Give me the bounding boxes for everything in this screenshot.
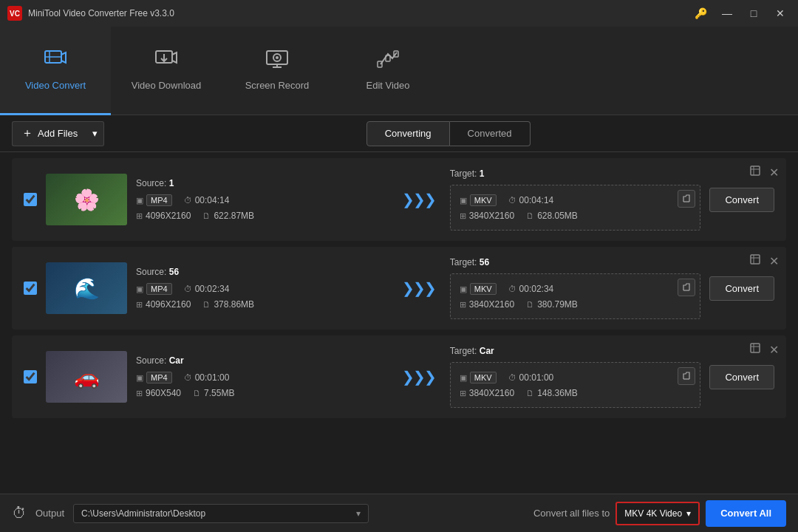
convert-arrows-2: ❯❯❯ — [396, 279, 441, 297]
svg-rect-17 — [751, 255, 760, 264]
card-close-button-3[interactable]: ✕ — [769, 343, 779, 357]
clock-icon-t-1: ⏱ — [508, 196, 516, 205]
clock-icon-s-1: ⏱ — [184, 196, 192, 205]
edit-video-icon — [376, 48, 400, 74]
file-target-info-2: Target: 56 ▣ MKV ⏱ 00:02:34 — [450, 257, 701, 319]
nav-video-download[interactable]: Video Download — [111, 27, 222, 115]
film-icon-1: ▣ — [136, 196, 143, 205]
convert-button-1[interactable]: Convert — [709, 188, 774, 212]
size-icon-t-2: 🗋 — [526, 300, 534, 309]
res-icon-s-1: ⊞ — [136, 211, 143, 221]
target-details-3: ▣ MKV ⏱ 00:01:00 — [460, 372, 692, 383]
source-size-3: 🗋 7.55MB — [193, 388, 234, 398]
source-format-badge-1: MP4 — [146, 194, 172, 206]
target-folder-button-2[interactable] — [678, 279, 695, 296]
source-details-2: ▣ MP4 ⏱ 00:02:34 — [136, 283, 387, 295]
nav-screen-record[interactable]: Screen Record — [222, 27, 332, 115]
nav-video-convert[interactable]: Video Convert — [0, 27, 111, 115]
format-dropdown[interactable]: MKV 4K Video ▾ — [615, 502, 700, 525]
titlebar: VC MiniTool Video Converter Free v3.3.0 … — [0, 0, 798, 27]
convert-button-2[interactable]: Convert — [709, 276, 774, 301]
target-format-3: ▣ MKV — [460, 372, 497, 383]
svg-rect-21 — [751, 344, 760, 352]
nav-edit-video[interactable]: Edit Video — [332, 27, 443, 115]
card-edit-button-3[interactable] — [750, 343, 760, 355]
card-edit-button-1[interactable] — [750, 166, 760, 178]
clock-icon-s-3: ⏱ — [184, 373, 192, 382]
close-button[interactable]: ✕ — [770, 5, 791, 21]
source-resolution-3: ⊞ 960X540 — [136, 388, 181, 398]
source-format-2: ▣ MP4 — [136, 283, 172, 295]
clock-icon-t-2: ⏱ — [508, 284, 516, 293]
res-icon-s-2: ⊞ — [136, 300, 143, 310]
tab-converted[interactable]: Converted — [450, 121, 531, 146]
clock-icon-s-2: ⏱ — [184, 284, 192, 293]
file-checkbox-2[interactable] — [24, 282, 37, 295]
convert-all-button[interactable]: Convert All — [706, 500, 786, 527]
arrows-icon-1: ❯❯❯ — [402, 191, 435, 208]
file-source-info-2: Source: 56 ▣ MP4 ⏱ 00:02:34 ⊞ 4096X2160 — [136, 267, 387, 310]
format-value: MKV 4K Video — [624, 508, 682, 519]
arrows-icon-2: ❯❯❯ — [402, 279, 435, 297]
add-files-label: Add Files — [38, 128, 78, 139]
output-path-text: C:\Users\Administrator\Desktop — [81, 508, 205, 519]
target-resolution-1: ⊞ 3840X2160 — [460, 211, 514, 221]
source-format-badge-3: MP4 — [146, 372, 172, 383]
target-details-row2-3: ⊞ 3840X2160 🗋 148.36MB — [460, 388, 692, 398]
res-icon-t-3: ⊞ — [460, 389, 466, 398]
size-icon-s-3: 🗋 — [193, 389, 201, 398]
svg-point-7 — [276, 56, 279, 59]
film-icon-2: ▣ — [136, 284, 143, 294]
footer: ⏱ Output C:\Users\Administrator\Desktop … — [0, 494, 798, 532]
source-duration-value-3: 00:01:00 — [195, 372, 230, 383]
card-close-button-1[interactable]: ✕ — [769, 166, 779, 180]
output-path-selector[interactable]: C:\Users\Administrator\Desktop ▾ — [73, 504, 369, 523]
file-checkbox-1[interactable] — [24, 193, 37, 206]
target-header-1: Target: 1 — [450, 168, 701, 179]
source-header-2: Source: 56 — [136, 267, 387, 277]
card-close-button-2[interactable]: ✕ — [769, 254, 779, 268]
output-path-chevron: ▾ — [356, 508, 361, 519]
source-size-value-2: 378.86MB — [214, 299, 254, 310]
source-format-badge-2: MP4 — [146, 283, 172, 295]
target-folder-button-1[interactable] — [678, 190, 695, 208]
target-duration-value-2: 00:02:34 — [519, 284, 554, 294]
target-duration-3: ⏱ 00:01:00 — [508, 372, 554, 383]
output-clock-icon: ⏱ — [12, 505, 27, 522]
source-details-row2-3: ⊞ 960X540 🗋 7.55MB — [136, 388, 387, 398]
add-files-main-button[interactable]: ＋ Add Files — [12, 121, 86, 146]
convert-button-3[interactable]: Convert — [709, 365, 774, 389]
source-details-row2-2: ⊞ 4096X2160 🗋 378.86MB — [136, 299, 387, 310]
target-details-row2-2: ⊞ 3840X2160 🗋 380.79MB — [460, 299, 692, 310]
source-duration-1: ⏱ 00:04:14 — [184, 194, 230, 206]
target-format-selector-2[interactable]: ▣ MKV ⏱ 00:02:34 ⊞ 3840X2160 🗋 — [450, 273, 701, 319]
target-duration-2: ⏱ 00:02:34 — [508, 283, 554, 295]
source-size-2: 🗋 378.86MB — [202, 299, 254, 310]
target-format-selector-3[interactable]: ▣ MKV ⏱ 00:01:00 ⊞ 3840X2160 🗋 — [450, 362, 701, 408]
source-duration-3: ⏱ 00:01:00 — [184, 372, 230, 383]
add-files-dropdown-button[interactable]: ▾ — [86, 121, 104, 146]
file-checkbox-3[interactable] — [24, 370, 37, 383]
target-format-selector-1[interactable]: ▣ MKV ⏱ 00:04:14 ⊞ 3840X2160 🗋 — [450, 185, 701, 231]
target-format-2: ▣ MKV — [460, 283, 497, 295]
target-details-row2-1: ⊞ 3840X2160 🗋 628.05MB — [460, 211, 692, 221]
minimize-button[interactable]: — — [717, 5, 737, 21]
chevron-down-icon: ▾ — [92, 128, 98, 139]
target-folder-button-3[interactable] — [678, 367, 695, 385]
source-resolution-1: ⊞ 4096X2160 — [136, 211, 191, 221]
tab-converting[interactable]: Converting — [366, 121, 450, 146]
nav-video-convert-label: Video Convert — [25, 80, 86, 91]
target-duration-1: ⏱ 00:04:14 — [508, 194, 554, 206]
navbar: Video Convert Video Download Screen Reco… — [0, 27, 798, 115]
target-resolution-3: ⊞ 3840X2160 — [460, 388, 514, 398]
key-icon[interactable]: 🔑 — [690, 5, 711, 21]
maximize-button[interactable]: □ — [743, 5, 764, 21]
source-header-3: Source: Car — [136, 355, 387, 366]
target-size-value-1: 628.05MB — [537, 211, 578, 221]
svg-rect-13 — [751, 166, 760, 175]
target-size-2: 🗋 380.79MB — [526, 299, 578, 310]
source-details-row2-1: ⊞ 4096X2160 🗋 622.87MB — [136, 211, 387, 221]
card-edit-button-2[interactable] — [750, 254, 760, 267]
source-details-3: ▣ MP4 ⏱ 00:01:00 — [136, 372, 387, 383]
file-card-3: ✕ 🚗 Source: Car ▣ MP4 ⏱ 00 — [12, 335, 786, 418]
